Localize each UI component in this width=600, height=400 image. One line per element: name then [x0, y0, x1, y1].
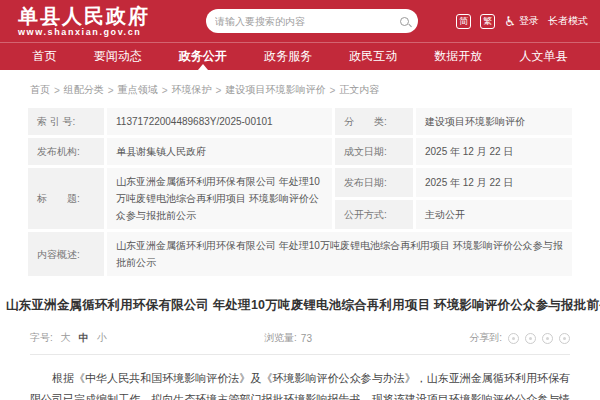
site-header: 单县人民政府 www.shanxian.gov.cn 简 繁 ♿ 登录 长者模式 [0, 0, 600, 42]
meta-title-value: 山东亚洲金属循环利用环保有限公司 年处理10万吨废锂电池综合再利用项目 环境影响… [107, 168, 332, 229]
font-size-buttons: 大中小 [53, 331, 107, 345]
views-count: 73 [301, 333, 312, 344]
meta-publish-date-label: 发布日期: [335, 168, 413, 197]
breadcrumb-item[interactable]: 环境保护 [172, 83, 212, 97]
meta-summary-value: 山东亚洲金属循环利用环保有限公司 年处理10万吨废锂电池综合再利用项目 环境影响… [107, 232, 572, 276]
nav-item[interactable]: 人文单县 [515, 43, 571, 70]
breadcrumb-separator: > [329, 85, 335, 96]
site-logo[interactable]: 单县人民政府 www.shanxian.gov.cn [18, 5, 150, 38]
font-size-button[interactable]: 中 [79, 331, 89, 345]
header-tools: 简 繁 ♿ 登录 长者模式 [456, 14, 588, 29]
article-toolbar: 字号: 大中小 浏览量: 73 分享到: [30, 331, 570, 355]
login-link[interactable]: ♿ 登录 [504, 14, 539, 28]
share-label: 分享到: [469, 331, 502, 345]
share-qq-icon[interactable] [542, 333, 553, 344]
font-size-button[interactable]: 大 [61, 331, 71, 345]
breadcrumb-item[interactable]: 建设项目环境影响评价 [225, 83, 325, 97]
meta-index-label: 索 引 号: [28, 108, 104, 135]
breadcrumb-separator: > [108, 85, 114, 96]
elder-mode-link[interactable]: 长者模式 [548, 14, 588, 28]
nav-item[interactable]: 政民互动 [345, 43, 401, 70]
meta-org-label: 发布机构: [28, 138, 104, 165]
share-weibo-icon[interactable] [525, 333, 536, 344]
breadcrumb-item[interactable]: 重点领域 [118, 83, 158, 97]
search-input[interactable] [215, 16, 396, 27]
nav-item[interactable]: 政务服务 [260, 43, 316, 70]
meta-open-mode-value: 主动公开 [416, 200, 572, 229]
site-url: www.shanxian.gov.cn [18, 28, 150, 38]
nav-item[interactable]: 数据开放 [430, 43, 486, 70]
meta-publish-date-value: 2025 年 12 月 22 日 [416, 168, 572, 197]
font-size-label: 字号: [30, 331, 53, 345]
nav-item[interactable]: 要闻动态 [90, 43, 146, 70]
nav-item[interactable]: 首页 [29, 43, 61, 70]
document-meta-table: 索 引 号: 11371722004489683Y/2025-00101 分 类… [28, 108, 572, 276]
page: 单县人民政府 www.shanxian.gov.cn 简 繁 ♿ 登录 长者模式… [0, 0, 600, 400]
share-wechat-icon[interactable] [508, 333, 519, 344]
meta-title-label: 标 题: [28, 168, 104, 229]
breadcrumb-separator: > [216, 85, 222, 96]
meta-category-value: 建设项目环境影响评价 [416, 108, 572, 135]
lang-traditional-button[interactable]: 繁 [480, 14, 495, 29]
breadcrumb: 首页>组配分类>重点领域>环境保护>建设项目环境影响评价>正文内容 [30, 83, 570, 97]
breadcrumb-item[interactable]: 组配分类 [64, 83, 104, 97]
main-nav: 首页要闻动态政务公开政务服务政民互动数据开放人文单县 [0, 42, 600, 70]
article-title: 山东亚洲金属循环利用环保有限公司 年处理10万吨废锂电池综合再利用项目 环境影响… [6, 297, 594, 314]
meta-summary-label: 内容概述: [28, 232, 104, 276]
login-label: 登录 [519, 14, 539, 28]
search-icon[interactable] [400, 17, 409, 26]
meta-written-date-value: 2025 年 12 月 22 日 [416, 138, 572, 165]
views-counter: 浏览量: 73 [264, 331, 312, 345]
lang-simplified-button[interactable]: 简 [456, 14, 471, 29]
meta-open-mode-label: 公开方式: [335, 200, 413, 229]
meta-org-value: 单县谢集镇人民政府 [107, 138, 332, 165]
breadcrumb-item[interactable]: 首页 [30, 83, 50, 97]
site-name: 单县人民政府 [18, 5, 150, 27]
breadcrumb-item[interactable]: 正文内容 [339, 83, 379, 97]
nav-item[interactable]: 政务公开 [175, 43, 231, 70]
breadcrumb-separator: > [54, 85, 60, 96]
share-more-icon[interactable] [559, 333, 570, 344]
meta-category-label: 分 类: [335, 108, 413, 135]
wheelchair-accessibility-icon: ♿ [504, 15, 516, 28]
share-control: 分享到: [469, 331, 570, 345]
meta-written-date-label: 成文日期: [335, 138, 413, 165]
font-size-button[interactable]: 小 [97, 331, 107, 345]
font-size-control: 字号: 大中小 [30, 331, 107, 345]
views-label: 浏览量: [264, 331, 297, 345]
meta-index-value: 11371722004489683Y/2025-00101 [107, 108, 332, 135]
search-box[interactable] [206, 9, 418, 33]
article-body-paragraph: 根据《中华人民共和国环境影响评价法》及《环境影响评价公众参与办法》，山东亚洲金属… [30, 368, 570, 400]
breadcrumb-separator: > [162, 85, 168, 96]
